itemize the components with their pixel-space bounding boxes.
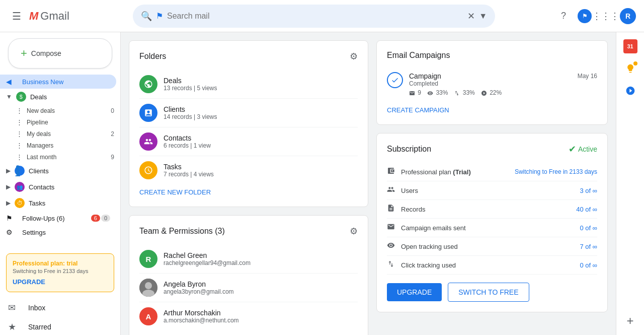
last-month-label: Last month	[27, 154, 111, 161]
plan-box: Professional plan: trial Switching to Fr…	[6, 253, 114, 292]
users-value: 3 of ∞	[580, 187, 597, 194]
angela-avatar	[139, 279, 157, 297]
records-label: Records	[401, 206, 576, 213]
team-card: Team & Permissions (3) ⚙ R Rachel Green …	[129, 215, 368, 335]
tasks-panel-icon[interactable]	[620, 81, 640, 101]
nethunt-icon[interactable]: ⚑	[578, 9, 592, 23]
calendar-panel-icon[interactable]: 31	[620, 36, 640, 56]
settings-label: Settings	[22, 229, 110, 236]
sub-row-open-tracking: Open tracking used 7 of ∞	[387, 237, 597, 256]
hamburger-icon[interactable]: ☰	[8, 6, 25, 26]
campaign-icon	[387, 72, 403, 88]
campaign-open: 33%	[427, 89, 448, 96]
folders-card: Folders ⚙ Deals 13 records | 5 views	[129, 40, 368, 207]
search-dropdown-icon[interactable]: ▼	[479, 12, 487, 21]
right-panel: 31 +	[616, 32, 644, 335]
deals-label: Deals	[30, 93, 47, 101]
subscription-header: Subscription ✔ Active	[387, 144, 597, 155]
campaigns-header: Email Campaigns	[387, 51, 597, 60]
upgrade-button[interactable]: UPGRADE	[387, 283, 442, 301]
followups-badge-gray: 0	[101, 215, 110, 222]
sidebar-starred[interactable]: ★ Starred	[0, 317, 120, 335]
search-clear-icon[interactable]: ✕	[467, 11, 475, 22]
campaign-emails-value: 0 of ∞	[580, 224, 597, 232]
campaign-item[interactable]: Campaign May 16 Completed 9 33%	[387, 68, 597, 100]
switch-to-free-button[interactable]: SWITCH TO FREE	[448, 283, 529, 302]
team-angela[interactable]: Angela Byron angela3byron@gmail.com	[139, 274, 358, 302]
sidebar-item-business-new[interactable]: ◀ Business New	[0, 75, 116, 89]
sidebar-item-managers[interactable]: ⋮ Managers	[0, 140, 120, 151]
gmail-logo: M Gmail	[29, 10, 69, 23]
click-tracking-value: 0 of ∞	[580, 261, 597, 269]
help-button[interactable]: ?	[553, 6, 574, 26]
records-value: 40 of ∞	[576, 206, 597, 213]
sidebar-item-pipeline[interactable]: ⋮ Pipeline	[0, 116, 120, 128]
arthur-name: Arthur Morschakin	[164, 309, 239, 317]
sidebar-followups[interactable]: ⚑ Follow-Ups (6) 6 0	[0, 211, 116, 225]
add-panel-icon[interactable]: +	[620, 311, 640, 331]
sub-row-click-tracking: Click tracking used 0 of ∞	[387, 256, 597, 275]
records-icon	[387, 204, 401, 214]
active-label: Active	[578, 145, 597, 153]
folder-tasks[interactable]: Tasks 7 records | 4 views	[139, 156, 358, 184]
expand-icon: ▶	[6, 167, 11, 174]
nethunt-search-icon: ⚑	[156, 11, 163, 21]
content-left: Folders ⚙ Deals 13 records | 5 views	[129, 40, 368, 327]
starred-label: Starred	[28, 323, 51, 331]
grid-icon: ⋮	[16, 107, 23, 114]
sidebar-item-new-deals[interactable]: ⋮ New deals 0	[0, 105, 120, 116]
my-deals-count: 2	[111, 130, 114, 138]
sidebar-settings[interactable]: ⚙ Settings	[0, 225, 116, 239]
svg-point-1	[145, 282, 152, 289]
eye-icon	[387, 241, 401, 251]
last-month-count: 9	[111, 154, 114, 161]
compose-button[interactable]: + Compose	[8, 38, 112, 69]
team-arthur[interactable]: A Arthur Morschakin a.morschakin@nethunt…	[139, 302, 358, 330]
create-campaign-link[interactable]: CREATE CAMPAIGN	[387, 106, 449, 114]
sidebar-item-my-deals[interactable]: ⋮ My deals 2	[0, 128, 120, 140]
apps-button[interactable]: ⋮⋮⋮	[596, 6, 616, 26]
folder-contacts[interactable]: Contacts 6 records | 1 view	[139, 127, 358, 156]
sub-row-campaign-emails: Campaign emails sent 0 of ∞	[387, 219, 597, 237]
contacts-label: Contacts	[29, 183, 54, 191]
team-settings-icon[interactable]: ⚙	[350, 226, 358, 237]
sidebar-tasks-header[interactable]: ▶ ⏱ Tasks	[0, 195, 120, 211]
folder-deals-meta: 13 records | 5 views	[164, 85, 217, 92]
arthur-email: a.morschakin@nethunt.com	[164, 317, 239, 324]
team-rachel[interactable]: R Rachel Green rachelgreengellar94@gmail…	[139, 245, 358, 274]
folder-clients[interactable]: Clients 14 records | 3 views	[139, 99, 358, 127]
folders-settings-icon[interactable]: ⚙	[350, 51, 358, 62]
sidebar-item-last-month[interactable]: ⋮ Last month 9	[0, 151, 120, 163]
create-folder-link[interactable]: CREATE NEW FOLDER	[139, 188, 211, 196]
folder-deals[interactable]: Deals 13 records | 5 views	[139, 70, 358, 99]
sidebar-inbox[interactable]: ✉ Inbox	[0, 298, 120, 317]
upgrade-link[interactable]: UPGRADE	[13, 278, 108, 286]
angela-name: Angela Byron	[164, 280, 234, 288]
compose-plus-icon: +	[21, 47, 27, 60]
search-bar[interactable]: 🔍 ⚑ ✕ ▼	[133, 5, 495, 28]
compose-label: Compose	[31, 49, 61, 57]
contacts-circle	[139, 132, 157, 151]
subscription-card: Subscription ✔ Active Professional plan …	[376, 133, 608, 312]
campaign-unsub: 22%	[481, 89, 502, 96]
open-tracking-label: Open tracking used	[401, 243, 580, 250]
contacts-icon: 👥	[15, 182, 25, 192]
grid-icon: ⋮	[16, 142, 23, 149]
main-content: Folders ⚙ Deals 13 records | 5 views	[121, 32, 616, 335]
clients-circle	[139, 104, 157, 122]
search-icon: 🔍	[141, 11, 152, 22]
active-badge: ✔ Active	[569, 144, 597, 155]
account-avatar[interactable]: R	[620, 8, 636, 24]
folder-deals-name: Deals	[164, 77, 217, 85]
keep-panel-icon[interactable]	[620, 58, 640, 79]
inbox-label: Inbox	[28, 304, 45, 312]
sidebar-deals-header[interactable]: ▼ $ Deals	[0, 89, 120, 105]
search-input[interactable]	[167, 12, 463, 21]
tasks-label: Tasks	[29, 199, 45, 207]
plan-title: Professional plan: trial	[13, 260, 108, 267]
plan-name: Professional plan (Trial)	[401, 168, 515, 176]
campaign-date: May 16	[578, 73, 597, 80]
sidebar-clients-header[interactable]: ▶ 👤👤 Clients	[0, 163, 120, 179]
sidebar-contacts-header[interactable]: ▶ 👥 Contacts	[0, 179, 120, 195]
sub-row-records: Records 40 of ∞	[387, 200, 597, 219]
